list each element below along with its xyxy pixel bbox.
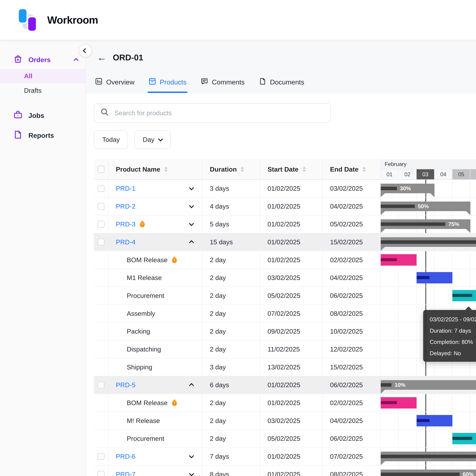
row-checkbox[interactable] [98, 185, 104, 192]
row-checkbox[interactable] [98, 203, 104, 210]
sidebar: Orders All Drafts Jobs [0, 40, 86, 476]
tab-comments[interactable]: Comments [200, 76, 246, 92]
gantt-summary-bar[interactable]: 80% [381, 452, 476, 461]
table-row: PRD-24 days01/02/202504/02/202550% [94, 198, 476, 215]
row-expand-chevron[interactable] [190, 240, 193, 244]
back-arrow-icon[interactable]: ← [97, 53, 107, 62]
duration-cell: 2 day [202, 323, 260, 340]
column-header-duration[interactable]: Duration [202, 159, 260, 179]
sort-icon[interactable] [303, 167, 306, 172]
completion-label: 10% [395, 380, 406, 390]
start-date-cell: 05/02/2025 [260, 287, 323, 305]
search-input[interactable] [114, 109, 324, 117]
gantt-task-bar-blue[interactable] [417, 272, 453, 283]
checkbox-cell [94, 287, 108, 305]
row-checkbox[interactable] [98, 471, 104, 476]
gantt-summary-bar[interactable]: 50% [381, 202, 470, 211]
product-link[interactable]: PRD-7 [116, 471, 136, 476]
product-link[interactable]: PRD-5 [116, 381, 136, 389]
column-header-start-date[interactable]: Start Date [260, 159, 323, 179]
column-header-end-date[interactable]: End Date [323, 159, 381, 179]
start-date-cell: 03/02/2025 [260, 269, 323, 287]
start-date-cell: 13/02/2025 [260, 358, 323, 376]
sidebar-item-all[interactable]: All [0, 69, 86, 83]
checkbox-cell [94, 358, 108, 376]
gantt-task-bar-teal[interactable] [452, 433, 476, 444]
gantt-task-bar-blue[interactable] [417, 415, 453, 426]
gantt-summary-bar[interactable]: 60% [381, 470, 476, 476]
end-date-cell: 07/02/2025 [323, 448, 381, 465]
start-date-cell: 01/02/2025 [260, 376, 323, 394]
tab-documents[interactable]: Documents [258, 76, 305, 92]
checkbox-cell [94, 448, 108, 465]
gantt-summary-bar[interactable]: 75% [381, 219, 470, 229]
start-date-cell: 05/02/2025 [260, 430, 323, 447]
select-all-checkbox[interactable] [98, 166, 104, 173]
row-expand-chevron[interactable] [190, 204, 193, 208]
today-button[interactable]: Today [94, 130, 128, 149]
checkbox-cell [94, 430, 108, 447]
gantt-day-header: 06 [470, 169, 476, 179]
end-date-cell: 04/02/2025 [323, 269, 381, 287]
product-name-cell: PRD-3 [108, 215, 202, 233]
row-expand-chevron[interactable] [190, 455, 193, 458]
end-date-cell: 02/02/2025 [323, 251, 381, 269]
end-date-cell: 04/02/2025 [323, 198, 381, 215]
table-row: PRD-67 days01/02/202507/02/202580% [94, 448, 476, 466]
tooltip-completion: Completion: 80% [430, 338, 476, 346]
row-expand-chevron[interactable] [190, 222, 193, 226]
top-bar: Workroom Abhinav Atthota Admin [0, 0, 476, 40]
table-row: Procurement2 day05/02/202506/02/2025 [94, 430, 476, 448]
checkbox-cell [94, 305, 108, 322]
sort-icon[interactable] [241, 167, 244, 172]
gantt-task-bar-pink[interactable] [381, 397, 417, 408]
product-name-cell: PRD-6 [108, 448, 202, 465]
checkbox-cell [94, 412, 108, 429]
sidebar-item-reports[interactable]: Reports [0, 125, 86, 145]
product-link[interactable]: PRD-4 [116, 238, 136, 246]
gantt-day-header: 04 [435, 169, 452, 179]
gantt-task-bar-pink[interactable] [381, 254, 417, 266]
table-row: Shipping3 day13/02/202515/02/2025 [94, 358, 476, 376]
gantt-task-bar-teal[interactable] [452, 290, 476, 301]
row-checkbox[interactable] [98, 238, 104, 246]
sort-icon[interactable] [362, 167, 366, 172]
row-expand-chevron[interactable] [190, 473, 193, 476]
row-expand-chevron[interactable] [190, 383, 193, 387]
sidebar-item-drafts[interactable]: Drafts [0, 83, 86, 98]
day-scale-dropdown[interactable]: Day [135, 130, 170, 149]
tab-bar: OverviewProductsCommentsDocuments [86, 69, 476, 93]
column-header-product-name[interactable]: Product Name [108, 159, 202, 179]
sidebar-item-orders[interactable]: Orders [0, 51, 86, 69]
gantt-tooltip: 03/02/2025 - 09/02/2025 Duration: 7 days… [423, 310, 476, 362]
row-checkbox[interactable] [98, 221, 104, 228]
tab-overview[interactable]: Overview [94, 76, 135, 92]
product-link[interactable]: PRD-6 [116, 453, 136, 460]
product-name-cell: Packing [108, 323, 202, 340]
row-checkbox[interactable] [98, 381, 104, 389]
duration-cell: 2 day [202, 287, 260, 305]
checkbox-cell [94, 376, 108, 394]
table-row: PRD-35 days01/02/202505/02/202575% [94, 215, 476, 233]
sidebar-item-jobs[interactable]: Jobs [0, 106, 86, 125]
product-link[interactable]: PRD-2 [116, 203, 136, 210]
product-link[interactable]: PRD-3 [116, 221, 136, 228]
delayed-timer-icon [171, 400, 177, 406]
tab-products[interactable]: Products [148, 76, 187, 92]
table-row: PRD-56 days01/02/202506/02/202510% [94, 376, 476, 394]
duration-cell: 15 days [202, 233, 260, 251]
gantt-summary-bar[interactable]: 30% [381, 184, 435, 193]
gantt-summary-bar[interactable]: 40% [381, 237, 476, 247]
sidebar-collapse-button[interactable] [79, 44, 92, 57]
chevron-up-icon [74, 58, 79, 63]
row-checkbox[interactable] [98, 453, 104, 460]
task-name: M1 Release [116, 274, 162, 282]
search-icon [101, 108, 109, 118]
sort-icon[interactable] [164, 167, 168, 172]
gantt-summary-bar[interactable]: 10% [381, 380, 476, 390]
duration-cell: 7 days [202, 448, 260, 465]
delayed-timer-icon [139, 221, 145, 227]
search-box[interactable] [94, 103, 331, 122]
product-link[interactable]: PRD-1 [116, 185, 136, 192]
row-expand-chevron[interactable] [190, 187, 193, 190]
